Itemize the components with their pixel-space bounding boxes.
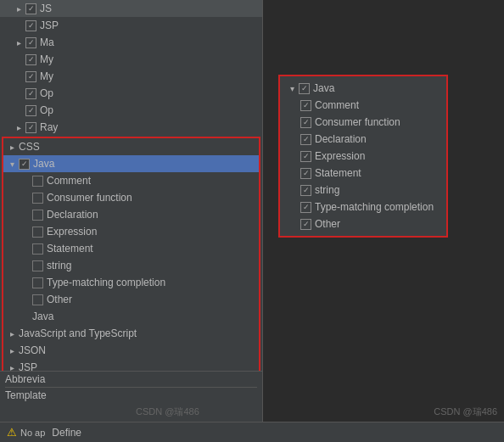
label-java-comment: Comment xyxy=(47,175,91,187)
watermark-left: CSDN @瑞486 xyxy=(136,406,199,418)
checkbox-my1[interactable] xyxy=(25,54,36,65)
popup-label-java: Java xyxy=(313,82,334,94)
label-java-other: Other xyxy=(47,294,72,305)
label-java-string: string xyxy=(47,260,71,271)
checkbox-js[interactable] xyxy=(25,3,36,14)
popup-checkbox-comment[interactable] xyxy=(300,100,311,111)
popup-java-title[interactable]: Java xyxy=(280,80,446,97)
checkbox-ray[interactable] xyxy=(25,122,36,133)
label-java-statement: Statement xyxy=(47,243,93,255)
tree-item-json[interactable]: JSON xyxy=(3,342,259,359)
tree-item-java2[interactable]: Java xyxy=(3,308,259,325)
popup-checkbox-typematching[interactable] xyxy=(300,202,311,213)
arrow-ray xyxy=(14,122,24,132)
label-java: Java xyxy=(33,158,54,170)
arrow-css xyxy=(7,142,17,152)
label-my1: My xyxy=(40,53,53,65)
popup-label-string: string xyxy=(315,184,339,196)
popup-item-statement[interactable]: Statement xyxy=(280,165,446,182)
checkbox-java[interactable] xyxy=(19,159,30,170)
popup-label-comment: Comment xyxy=(315,99,359,111)
label-json: JSON xyxy=(19,344,46,356)
popup-item-other[interactable]: Other xyxy=(280,215,446,232)
sidebar-item-ma[interactable]: Ma xyxy=(0,34,262,51)
checkbox-op1[interactable] xyxy=(25,88,36,99)
java-popup: Java Comment Consumer function Declarati… xyxy=(278,75,448,238)
label-java-consumer: Consumer function xyxy=(47,192,132,204)
arrow-js xyxy=(14,3,24,14)
sidebar-item-op2[interactable]: Op xyxy=(0,102,262,119)
popup-checkbox-other[interactable] xyxy=(300,219,311,230)
popup-item-expression[interactable]: Expression xyxy=(280,148,446,165)
arrow-javascript xyxy=(7,328,17,338)
label-jsp: JSP xyxy=(40,20,59,31)
popup-item-string[interactable]: string xyxy=(280,182,446,199)
popup-label-expression: Expression xyxy=(315,150,365,162)
bottom-bar: Abbrevia Template xyxy=(0,371,262,422)
label-java-declaration: Declaration xyxy=(47,209,98,221)
checkbox-java-other[interactable] xyxy=(32,294,43,305)
checkbox-java-comment[interactable] xyxy=(32,176,43,187)
popup-item-typematching[interactable]: Type-matching completion xyxy=(280,199,446,215)
tree-item-css[interactable]: CSS xyxy=(3,138,259,155)
label-javascript: JavaScript and TypeScript xyxy=(19,327,137,339)
tree-item-javascript[interactable]: JavaScript and TypeScript xyxy=(3,325,259,342)
checkbox-my2[interactable] xyxy=(25,71,36,82)
sidebar-item-my1[interactable]: My xyxy=(0,51,262,68)
label-op2: Op xyxy=(40,104,53,116)
sidebar-item-op1[interactable]: Op xyxy=(0,85,262,102)
popup-checkbox-declaration[interactable] xyxy=(300,134,311,145)
checkbox-op2[interactable] xyxy=(25,105,36,116)
footer-define[interactable]: Define xyxy=(52,427,81,439)
checkbox-java-declaration[interactable] xyxy=(32,210,43,221)
tree-item-java-string[interactable]: string xyxy=(3,257,259,274)
checkbox-java-consumer[interactable] xyxy=(32,193,43,204)
checkbox-java-expression[interactable] xyxy=(32,227,43,238)
left-tree-scroll[interactable]: JS JSP Ma My My xyxy=(0,0,262,371)
arrow-jsp2 xyxy=(7,362,17,371)
checkbox-ma[interactable] xyxy=(25,37,36,48)
label-css: CSS xyxy=(19,141,40,153)
sidebar-item-jsp[interactable]: JSP xyxy=(0,17,262,34)
template-row: Template xyxy=(5,387,257,401)
tree-item-java-declaration[interactable]: Declaration xyxy=(3,206,259,223)
popup-checkbox-expression[interactable] xyxy=(300,151,311,162)
popup-checkbox-java[interactable] xyxy=(299,83,310,94)
popup-checkbox-statement[interactable] xyxy=(300,168,311,179)
popup-label-other: Other xyxy=(315,218,340,230)
template-label: Template xyxy=(5,389,47,401)
checkbox-jsp[interactable] xyxy=(25,20,36,31)
popup-checkbox-consumer[interactable] xyxy=(300,117,311,128)
sidebar-item-ray[interactable]: Ray xyxy=(0,119,262,136)
arrow-ma xyxy=(14,37,24,48)
warning-icon: ⚠ xyxy=(7,426,17,439)
popup-arrow-java xyxy=(287,83,297,93)
popup-item-comment[interactable]: Comment xyxy=(280,97,446,114)
popup-label-statement: Statement xyxy=(315,167,361,179)
tree-item-java-selected[interactable]: Java xyxy=(3,155,259,172)
popup-checkbox-string[interactable] xyxy=(300,185,311,196)
tree-item-java-consumer[interactable]: Consumer function xyxy=(3,189,259,206)
checkbox-java-string[interactable] xyxy=(32,260,43,271)
sidebar-item-js[interactable]: JS xyxy=(0,0,262,17)
watermark-right: CSDN @瑞486 xyxy=(434,406,497,418)
tree-item-java-expression[interactable]: Expression xyxy=(3,223,259,240)
checkbox-java-statement[interactable] xyxy=(32,243,43,255)
tree-item-java-comment[interactable]: Comment xyxy=(3,172,259,189)
left-panel: JS JSP Ma My My xyxy=(0,0,263,422)
sidebar-item-my2[interactable]: My xyxy=(0,68,262,85)
label-op1: Op xyxy=(40,87,53,99)
checkbox-java-typematching[interactable] xyxy=(32,277,43,288)
label-java-typematching: Type-matching completion xyxy=(47,277,165,288)
tree-item-java-statement[interactable]: Statement xyxy=(3,240,259,257)
popup-item-consumer[interactable]: Consumer function xyxy=(280,114,446,131)
arrow-json xyxy=(7,345,17,355)
popup-item-declaration[interactable]: Declaration xyxy=(280,131,446,148)
tree-item-java-other[interactable]: Other xyxy=(3,291,259,308)
popup-label-consumer: Consumer function xyxy=(315,116,400,128)
right-panel: Java Comment Consumer function Declarati… xyxy=(263,0,504,422)
java-box-left: CSS Java Comment Consumer function xyxy=(2,137,260,371)
tree-item-jsp2[interactable]: JSP xyxy=(3,359,259,371)
footer-warning: ⚠ No ap xyxy=(7,426,45,439)
tree-item-java-typematching[interactable]: Type-matching completion xyxy=(3,274,259,291)
